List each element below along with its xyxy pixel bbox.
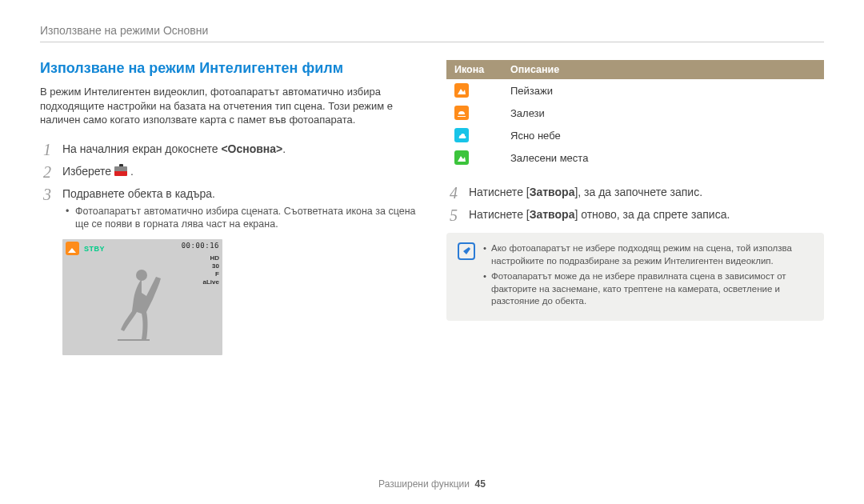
scene-landscape-icon	[66, 242, 79, 255]
step-3-sub: Фотоапаратът автоматично избира сцената.…	[66, 205, 418, 232]
smart-movie-icon	[114, 166, 127, 176]
page-header: Използване на режими Основни	[40, 24, 824, 37]
step-5-pre: Натиснете [	[469, 208, 530, 221]
footer-label: Разширени функции	[378, 478, 470, 490]
table-desc: Пейзажи	[502, 79, 824, 102]
clear-sky-icon	[454, 128, 469, 142]
step-number: 1	[40, 142, 54, 158]
badge-hd: HD	[210, 255, 219, 262]
sunset-icon	[454, 106, 469, 120]
table-row: Залези	[446, 102, 824, 124]
preview-timer: 00:00:16	[182, 242, 219, 250]
table-desc: Залесени места	[502, 146, 824, 169]
left-column: Използване на режим Интелигентен филм В …	[40, 60, 418, 355]
note-item: Фотоапаратът може да не избере правилнат…	[483, 270, 813, 308]
content-columns: Използване на режим Интелигентен филм В …	[40, 60, 824, 355]
step-2: 2 Изберете .	[40, 164, 418, 180]
icon-description-table: Икона Описание Пейзажи Залези	[446, 60, 824, 169]
table-row: Пейзажи	[446, 79, 824, 102]
svg-rect-1	[118, 339, 150, 341]
step-5-bold: Затвора	[530, 208, 575, 221]
step-number: 5	[446, 207, 461, 223]
preview-right-badges: HD 30 F aLive	[203, 255, 219, 286]
forest-icon	[454, 150, 469, 165]
table-desc: Ясно небе	[502, 124, 824, 146]
step-5-post: ] отново, за да спрете записа.	[574, 208, 730, 221]
step-4: 4 Натиснете [Затвора], за да започнете з…	[446, 185, 824, 201]
step-1: 1 На началния екран докоснете <Основна>.	[40, 142, 418, 158]
badge-30: 30	[212, 263, 219, 270]
step-3-sub-item: Фотоапаратът автоматично избира сцената.…	[66, 205, 418, 232]
table-row: Ясно небе	[446, 124, 824, 146]
step-number: 3	[40, 186, 54, 202]
step-5: 5 Натиснете [Затвора] отново, за да спре…	[446, 207, 824, 223]
badge-alive: aLive	[203, 279, 219, 286]
table-head-desc: Описание	[502, 60, 824, 79]
note-item: Ако фотоапаратът не избере подходящ режи…	[483, 242, 813, 267]
preview-top-left: STBY	[66, 242, 105, 255]
step-2-post: .	[130, 165, 134, 178]
step-2-pre: Изберете	[62, 165, 114, 178]
note-box: Ако фотоапаратът не избере подходящ режи…	[446, 233, 824, 321]
step-number: 4	[446, 185, 461, 201]
page-footer: Разширени функции 45	[0, 478, 864, 490]
note-list: Ако фотоапаратът не избере подходящ режи…	[483, 242, 813, 311]
table-desc: Залези	[502, 102, 824, 124]
info-icon	[458, 242, 475, 260]
step-list: 1 На началния екран докоснете <Основна>.…	[40, 142, 418, 232]
footer-page: 45	[475, 478, 486, 490]
header-divider	[40, 42, 824, 42]
table-head-icon: Икона	[446, 60, 502, 79]
section-title: Използване на режим Интелигентен филм	[40, 60, 418, 77]
step-4-pre: Натиснете [	[469, 186, 530, 198]
camera-preview: STBY 00:00:16 HD 30 F aLive	[62, 239, 222, 355]
step-1-post: .	[282, 142, 286, 155]
badge-f: F	[215, 271, 219, 278]
right-column: Икона Описание Пейзажи Залези	[446, 60, 824, 355]
table-row: Залесени места	[446, 146, 824, 169]
preview-skater-silhouette	[114, 267, 170, 343]
preview-stby-label: STBY	[84, 245, 105, 253]
step-3: 3 Подравнете обекта в кадъра. Фотоапарат…	[40, 186, 418, 232]
step-4-post: ], за да започнете запис.	[574, 186, 702, 198]
step-4-bold: Затвора	[530, 186, 575, 198]
landscape-icon	[454, 83, 469, 98]
intro-paragraph: В режим Интелигентен видеоклип, фотоапар…	[40, 85, 418, 127]
step-number: 2	[40, 164, 54, 180]
step-1-pre: На началния екран докоснете	[62, 142, 221, 155]
svg-point-0	[136, 270, 147, 281]
step-3-text: Подравнете обекта в кадъра.	[62, 187, 215, 200]
step-1-bold: <Основна>	[221, 142, 282, 155]
step-list-right: 4 Натиснете [Затвора], за да започнете з…	[446, 185, 824, 223]
